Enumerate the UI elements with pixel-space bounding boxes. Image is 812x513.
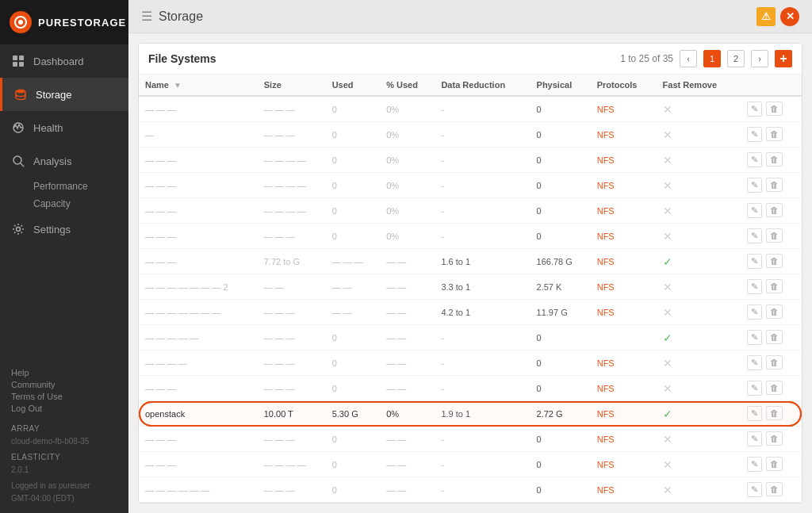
cell-protocols: NFS (591, 224, 657, 249)
col-physical[interactable]: Physical (530, 75, 591, 96)
edit-btn[interactable]: ✎ (747, 355, 762, 370)
col-fast-remove[interactable]: Fast Remove (657, 75, 740, 96)
logout-link[interactable]: Log Out (11, 404, 117, 413)
topbar: ☰ Storage ⚠ ✕ (128, 0, 812, 33)
edit-btn[interactable]: ✎ (747, 279, 762, 294)
delete-btn[interactable]: 🗑 (766, 482, 783, 496)
edit-btn[interactable]: ✎ (747, 178, 762, 193)
cell-actions: ✎ 🗑 (740, 274, 802, 300)
terms-link[interactable]: Terms of Use (11, 392, 117, 401)
fast-remove-x-icon: ✕ (663, 458, 672, 471)
cell-pct-used: 0% (380, 224, 435, 249)
cell-physical: 0 (530, 198, 591, 224)
edit-btn[interactable]: ✎ (747, 330, 762, 345)
page-2-btn[interactable]: 2 (727, 50, 745, 67)
sidebar-item-analysis[interactable]: Analysis (0, 144, 128, 178)
delete-btn[interactable]: 🗑 (766, 330, 783, 344)
sort-icon: ▼ (174, 81, 182, 90)
cell-actions: ✎ 🗑 (740, 477, 802, 503)
edit-btn[interactable]: ✎ (747, 254, 762, 269)
warning-icon[interactable]: ⚠ (756, 7, 776, 26)
cell-pct-used: — — (380, 503, 435, 503)
sidebar-sub-capacity[interactable]: Capacity (0, 195, 128, 212)
cell-actions: ✎ 🗑 (740, 350, 802, 376)
col-name[interactable]: Name ▼ (139, 75, 258, 96)
sidebar-item-health[interactable]: Health (0, 111, 128, 144)
edit-btn[interactable]: ✎ (747, 203, 762, 218)
fast-remove-x-icon: ✕ (663, 230, 672, 243)
cell-name: — — — (139, 147, 258, 173)
edit-btn[interactable]: ✎ (747, 152, 762, 167)
logo-icon (10, 11, 32, 33)
add-filesystem-btn[interactable]: + (775, 50, 792, 67)
edit-btn[interactable]: ✎ (747, 304, 762, 320)
sidebar-item-settings[interactable]: Settings (0, 212, 128, 246)
edit-btn[interactable]: ✎ (747, 406, 762, 421)
cell-protocols: NFS (591, 376, 657, 401)
delete-btn[interactable]: 🗑 (766, 355, 783, 369)
settings-icon (11, 222, 25, 236)
delete-btn[interactable]: 🗑 (766, 203, 783, 217)
close-button[interactable]: ✕ (780, 7, 799, 26)
delete-btn[interactable]: 🗑 (766, 457, 783, 471)
edit-btn[interactable]: ✎ (747, 127, 762, 142)
delete-btn[interactable]: 🗑 (766, 228, 783, 243)
delete-btn[interactable]: 🗑 (766, 279, 783, 293)
delete-btn[interactable]: 🗑 (766, 152, 783, 167)
menu-hamburger-icon: ☰ (141, 9, 152, 24)
edit-btn[interactable]: ✎ (747, 482, 762, 497)
delete-btn[interactable]: 🗑 (766, 381, 783, 395)
table-body: — — — — — — 0 0% - 0 NFS ✕ ✎ 🗑 — — — — 0… (139, 96, 802, 503)
cell-name: — — — (139, 249, 258, 274)
cell-data-reduction: - (435, 427, 530, 452)
table-row: — — — — — — — 0 — — - 0 NFS ✕ ✎ 🗑 (139, 503, 802, 503)
cell-pct-used: 0% (380, 122, 435, 147)
delete-btn[interactable]: 🗑 (766, 431, 783, 446)
col-used[interactable]: Used (326, 75, 380, 96)
logo-text: PURESTORAGE (38, 17, 126, 29)
cell-name: — — — (139, 198, 258, 224)
edit-btn[interactable]: ✎ (747, 431, 762, 446)
page-prev-btn[interactable]: ‹ (680, 50, 697, 67)
edit-btn[interactable]: ✎ (747, 228, 762, 243)
col-pct-used[interactable]: % Used (380, 75, 435, 96)
sidebar-item-dashboard[interactable]: Dashboard (0, 44, 128, 78)
sidebar-sub-performance[interactable]: Performance (0, 178, 128, 195)
delete-btn[interactable]: 🗑 (766, 406, 783, 420)
col-data-reduction[interactable]: Data Reduction (435, 75, 530, 96)
cell-fast-remove: ✕ (657, 452, 740, 477)
edit-btn[interactable]: ✎ (747, 101, 762, 117)
cell-used: 0 (326, 122, 380, 147)
cell-fast-remove: ✕ (657, 300, 740, 325)
cell-data-reduction: - (435, 224, 530, 249)
cell-physical: 0 (530, 122, 591, 147)
cell-protocols: NFS (591, 452, 657, 477)
delete-btn[interactable]: 🗑 (766, 254, 783, 268)
page-next-btn[interactable]: › (751, 50, 768, 67)
delete-btn[interactable]: 🗑 (766, 178, 783, 192)
table-scroll-area: Name ▼ Size Used % Used Data Reduction P… (139, 75, 802, 503)
help-link[interactable]: Help (11, 368, 117, 377)
col-protocols[interactable]: Protocols (591, 75, 657, 96)
cell-data-reduction: 3.3 to 1 (435, 274, 530, 300)
delete-btn[interactable]: 🗑 (766, 304, 783, 319)
sidebar-item-storage[interactable]: Storage (0, 78, 128, 111)
cell-used: 0 (326, 147, 380, 173)
storage-icon (13, 87, 28, 101)
cell-pct-used: 0% (380, 96, 435, 122)
cell-physical: 0 (530, 350, 591, 376)
community-link[interactable]: Community (11, 380, 117, 389)
cell-name: — — — — — — — (139, 300, 258, 325)
cell-used: 0 (326, 376, 380, 401)
cell-fast-remove: ✓ (657, 249, 740, 274)
edit-btn[interactable]: ✎ (747, 381, 762, 396)
cell-actions: ✎ 🗑 (740, 122, 802, 147)
fast-remove-x-icon: ✕ (663, 306, 672, 319)
page-1-btn[interactable]: 1 (703, 50, 721, 67)
delete-btn[interactable]: 🗑 (766, 101, 783, 116)
cell-actions: ✎ 🗑 (740, 376, 802, 401)
cell-fast-remove: ✕ (657, 427, 740, 452)
col-size[interactable]: Size (258, 75, 326, 96)
edit-btn[interactable]: ✎ (747, 457, 762, 472)
delete-btn[interactable]: 🗑 (766, 127, 783, 141)
